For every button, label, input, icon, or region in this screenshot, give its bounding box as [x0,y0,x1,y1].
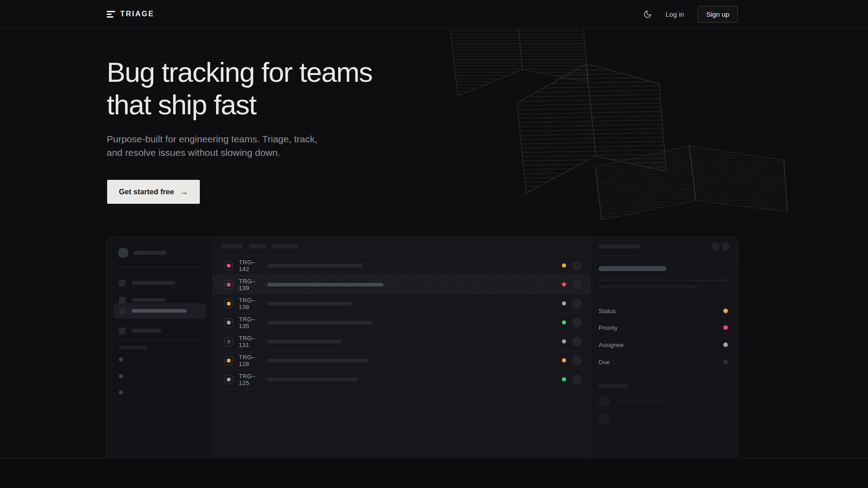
comment-line-skeleton [616,417,659,420]
tab-skeleton [249,244,266,249]
issue-row: TRG–138 [213,294,590,313]
issue-list-header [213,237,590,256]
field-dot [723,325,728,330]
assignee-avatar [572,375,582,385]
priority-icon [224,375,233,384]
workspace-skeleton [118,248,167,258]
row-skeleton-bar [267,378,357,381]
priority-icon [224,299,233,308]
assignee-avatar [572,337,582,347]
issue-row: TRG–135 [213,313,590,332]
panel-field: Priority [599,323,728,332]
priority-icon [224,261,233,270]
issue-row: TRG–128 [213,351,590,370]
wireframe-decoration [448,29,868,246]
brand-name: TRIAGE [120,10,154,18]
arrow-right-icon: → [179,188,188,196]
issue-id: TRG–125 [239,373,264,386]
row-skeleton-bar [267,340,341,343]
signup-button[interactable]: Sign up [698,6,738,23]
row-skeleton-bar [267,321,373,324]
sidebar-dot-skeleton [119,357,123,361]
priority-icon [224,318,233,327]
assignee-avatar [572,261,582,271]
status-dot [562,320,566,324]
comments-label-skeleton [599,384,628,388]
issue-id: TRG–139 [239,278,264,291]
sidebar-item-skeleton [113,323,206,338]
sidebar-divider [113,339,206,340]
detail-panel: Status Priority Assignee Due [590,237,737,458]
priority-icon [224,337,233,346]
login-link[interactable]: Log in [665,10,684,18]
row-skeleton-bar [267,283,383,286]
panel-field: Due [599,357,728,366]
assignee-avatar [572,299,582,309]
triage-bars-icon [107,11,115,18]
comment-line-skeleton [616,399,670,402]
status-dot [562,377,566,381]
panel-field: Status [599,306,728,315]
issue-row: TRG–142 [213,256,590,275]
field-label: Due [599,359,610,366]
app-mockup: TRG–142 TRG–139 TRG–138 [107,237,738,458]
sidebar-item-skeleton [113,275,206,291]
row-skeleton-bar [267,359,368,362]
comment-avatar-skeleton [599,395,610,407]
description-line-skeleton [599,279,729,282]
issue-row: TRG–131 [213,332,590,351]
get-started-button[interactable]: Get started free → [107,180,200,204]
priority-icon [224,280,233,289]
field-dot [723,309,728,313]
status-dot [562,339,566,343]
dark-mode-toggle[interactable] [643,10,652,19]
issue-list: TRG–142 TRG–139 TRG–138 [213,237,590,458]
field-label: Priority [599,324,618,331]
comment-avatar-skeleton [599,413,610,425]
issue-id: TRG–135 [239,316,264,329]
tab-skeleton [221,244,243,249]
status-dot [562,282,566,286]
issue-row: TRG–139 [213,275,590,294]
workspace-avatar-skeleton [118,248,128,258]
issue-row: TRG–125 [213,370,590,389]
issue-id: TRG–128 [239,354,264,367]
field-label: Assignee [599,342,624,348]
mockup-sidebar [107,237,213,458]
field-dot [723,360,728,364]
top-nav: TRIAGE Log in Sign up [0,0,868,28]
panel-field: Assignee [599,340,728,349]
panel-button-skeleton [712,243,719,250]
nav-actions: Log in Sign up [643,6,738,23]
sidebar-divider [113,267,206,267]
panel-divider [599,375,729,375]
row-skeleton-bar [267,264,363,267]
panel-button-skeleton [722,243,729,250]
description-line-skeleton [599,286,697,288]
brand-logo[interactable]: TRIAGE [107,10,154,18]
priority-icon [224,356,233,365]
sidebar-section-label-skeleton [119,346,147,349]
workspace-name-skeleton [133,251,167,255]
assignee-avatar [572,280,582,290]
field-dot [723,343,728,347]
issue-id: TRG–138 [239,297,264,310]
assignee-avatar [572,318,582,328]
moon-icon [643,10,652,19]
tab-skeleton [272,244,298,249]
sidebar-item-skeleton-active [113,303,206,319]
issue-title-skeleton [599,266,666,271]
assignee-avatar [572,356,582,366]
sidebar-dot-skeleton [119,374,123,378]
issue-id: TRG–142 [239,259,264,272]
status-dot [562,263,566,267]
cta-label: Get started free [119,188,174,196]
hero-subtitle: Purpose-built for engineering teams. Tri… [107,132,319,160]
status-dot [562,358,566,362]
hero-heading: Bug tracking for teams that ship fast [107,56,405,121]
panel-divider [599,298,729,298]
row-skeleton-bar [267,302,352,305]
sidebar-dot-skeleton [119,390,123,394]
panel-header-buttons [712,243,729,250]
issue-id: TRG–131 [239,335,264,348]
